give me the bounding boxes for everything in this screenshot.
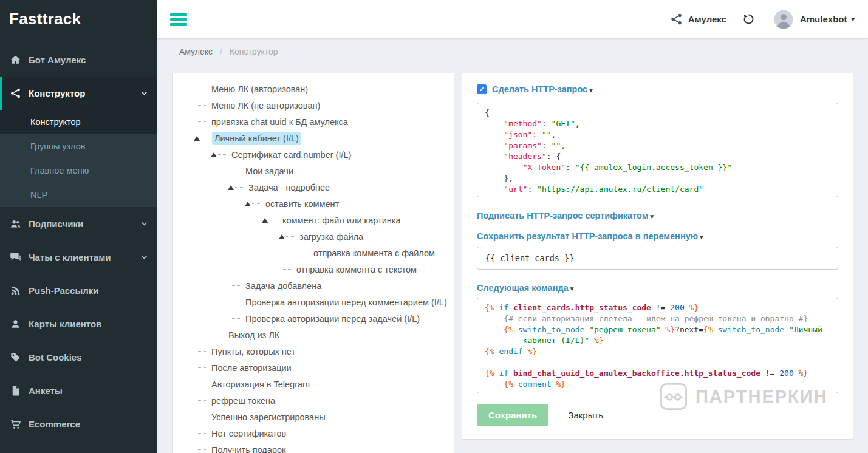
tree-node-label: Пункты, которых нет [209, 346, 298, 358]
tree-node[interactable]: Задача добавлена [197, 278, 454, 294]
sidebar-submenu: КонструкторГруппы узловГлавное менюNLP [0, 110, 157, 207]
sidebar-item-ecommerce[interactable]: Ecommerce [0, 407, 157, 441]
tree-guide [214, 163, 231, 179]
tree-node[interactable]: Нет сертификатов [197, 425, 454, 441]
tree-guide [282, 245, 299, 261]
tree-node[interactable]: Меню ЛК (не авторизован) [197, 97, 454, 114]
chevron-down-icon: ▾ [851, 15, 855, 23]
sidebar-item-subscribers[interactable]: Подписчики [0, 207, 157, 240]
sidebar-item-push[interactable]: Push-Рассылки [0, 274, 157, 307]
tree-connector [214, 335, 223, 335]
sidebar-subitem-node-groups[interactable]: Группы узлов [0, 134, 157, 158]
tree-guide [197, 212, 214, 228]
tags-icon [10, 352, 21, 363]
user-menu[interactable]: Amulexbot ▾ [800, 14, 855, 24]
sidebar-item-surveys[interactable]: Анкеты [0, 374, 157, 407]
sidebar-item-label: Push-Рассылки [29, 285, 148, 296]
breadcrumb: Амулекс / Конструктор [179, 47, 278, 56]
tree-node[interactable]: Выход из ЛК [197, 327, 454, 343]
tree-expander-icon[interactable] [262, 218, 268, 223]
check-icon: ✓ [479, 86, 484, 94]
topbar-bot-name[interactable]: Амулекс [688, 14, 726, 24]
tree-node[interactable]: привязка chat uuid к БД амулекса [197, 114, 454, 130]
hamburger-menu-icon[interactable] [170, 11, 187, 28]
tree-node[interactable]: Успешно зарегистрированы [197, 409, 454, 425]
result-variable-input[interactable] [477, 247, 838, 270]
http-request-code-editor[interactable]: { "method": "GET", "json": "", "params":… [477, 103, 838, 197]
tree-node[interactable]: После авторизации [197, 359, 454, 376]
tree-node[interactable]: оставить коммент [197, 196, 454, 212]
tree-node[interactable]: Проверка авторизации перед задачей (I/L) [197, 310, 454, 327]
tree-expander-icon[interactable] [211, 152, 217, 157]
tree-guide [214, 310, 231, 327]
tree-node[interactable]: Проверка авторизации перед комментарием … [197, 294, 454, 310]
tree-node[interactable]: загрузка файла [197, 228, 454, 245]
tree-node[interactable]: рефреш токена [197, 392, 454, 409]
tree-node-label: рефреш токена [209, 395, 278, 407]
tree-node[interactable]: Задача - подробнее [197, 179, 454, 196]
tree-connector [197, 367, 206, 368]
tree-guide [248, 261, 265, 278]
http-request-label[interactable]: Сделать HTTP-запрос▾ [492, 84, 593, 94]
tree-node-label: привязка chat uuid к БД амулекса [209, 116, 350, 128]
sidebar-item-label: Анкеты [29, 386, 148, 396]
content: Амулекс / Конструктор Меню ЛК (авторизов… [157, 38, 868, 453]
tree-connector [197, 121, 206, 122]
sidebar-subitem-nlp[interactable]: NLP [0, 183, 157, 207]
close-button[interactable]: Закрыть [561, 404, 610, 426]
tree-connector [231, 302, 240, 302]
next-command-label[interactable]: Следующая команда▾ [477, 283, 838, 293]
next-command-code-editor[interactable]: {% if client_cards.http_status_code != 2… [477, 298, 838, 393]
tree-expander-icon[interactable] [228, 185, 234, 190]
tree-connector [282, 269, 291, 270]
tree-connector [197, 449, 206, 450]
tree-connector [268, 220, 277, 220]
tree-guide [197, 228, 214, 245]
sidebar-menu: Бот АмулексКонструкторКонструкторГруппы … [0, 38, 157, 441]
tree-guide [265, 261, 282, 278]
tree-node[interactable]: Получить подарок [197, 441, 454, 453]
tree-node[interactable]: Личный кабинет (I/L) [197, 130, 454, 146]
tree-connector [299, 253, 308, 253]
save-result-label[interactable]: Сохранить результат HTTP-запроса в перем… [477, 231, 838, 241]
tree-connector [285, 236, 294, 237]
tree-connector [231, 318, 240, 319]
tree-node[interactable]: Пункты, которых нет [197, 343, 454, 359]
history-icon[interactable] [742, 13, 755, 26]
tree-expander-icon[interactable] [279, 234, 285, 239]
tree-node[interactable]: Мои задачи [197, 163, 454, 179]
code-line: {% endif %} [485, 346, 830, 357]
sidebar-subitem-main-menu[interactable]: Главное меню [0, 158, 157, 183]
topbar-right: Амулекс Amulexbot ▾ [670, 9, 855, 30]
http-request-checkbox[interactable]: ✓ [477, 84, 487, 94]
sidebar-item-bot-cookies[interactable]: Bot Cookies [0, 341, 157, 374]
tree-node[interactable]: отправка коммента с файлом [197, 245, 454, 261]
breadcrumb-bot[interactable]: Амулекс [179, 47, 213, 56]
sidebar-item-client-cards[interactable]: Карты клиентов [0, 307, 157, 341]
code-line: {% if client_cards.http_status_code != 2… [485, 302, 830, 313]
dropdown-caret-icon: ▾ [570, 285, 574, 292]
sidebar-item-constructor[interactable]: Конструктор [0, 77, 157, 110]
tree-guide [231, 212, 248, 228]
tree-node[interactable]: Сертификат card.number (I/L) [197, 146, 454, 163]
tree-node-label: Меню ЛК (не авторизован) [209, 100, 323, 112]
sidebar-item-label: Подписчики [29, 219, 133, 229]
avatar[interactable] [773, 9, 794, 30]
tree-expander-icon[interactable] [245, 202, 251, 206]
user-name: Amulexbot [800, 14, 847, 24]
save-button[interactable]: Сохранить [477, 404, 548, 426]
code-line: {# если авторизация слетела - идем на ре… [485, 313, 830, 324]
topbar: Амулекс Amulexbot ▾ [157, 0, 868, 38]
tree-node[interactable]: Меню ЛК (авторизован) [197, 81, 454, 97]
sidebar-subitem-constructor[interactable]: Конструктор [0, 110, 157, 134]
tree-node-label: Проверка авторизации перед комментарием … [243, 296, 449, 308]
sidebar-item-bot-amulex[interactable]: Бот Амулекс [0, 43, 157, 77]
sidebar-item-client-chats[interactable]: Чаты с клиентами [0, 240, 157, 274]
tree-node[interactable]: коммент: файл или картинка [197, 212, 454, 228]
code-line: "X-Token": "{{ amulex_login.access_token… [485, 162, 830, 173]
sign-request-label[interactable]: Подписать HTTP-запрос сертификатом▾ [477, 211, 838, 220]
tree-guide [231, 245, 248, 261]
code-line: кабинет (I/L)" %} [485, 335, 830, 346]
tree-node[interactable]: Авторизация в Telegram [197, 376, 454, 392]
tree-node[interactable]: отправка коммента с текстом [197, 261, 454, 278]
